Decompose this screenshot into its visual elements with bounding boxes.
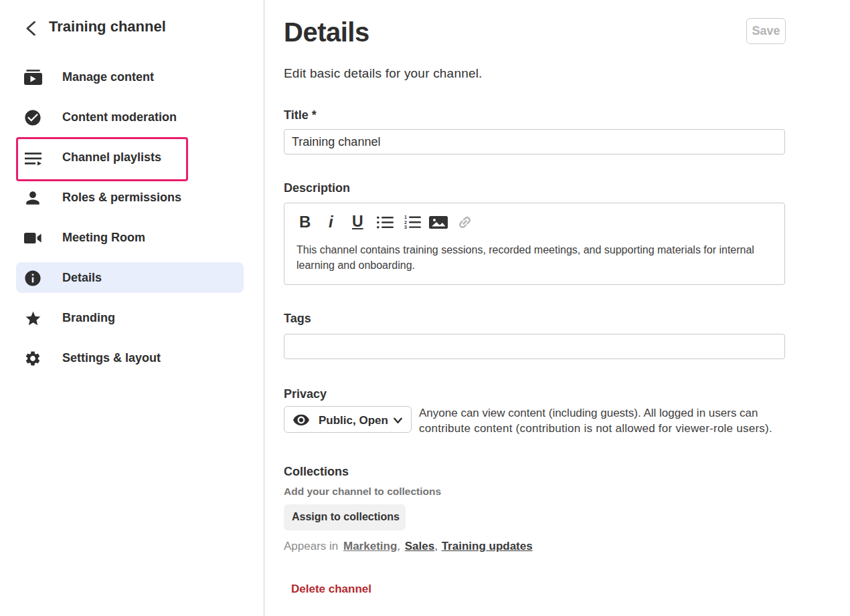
svg-text:1: 1 <box>404 215 407 219</box>
svg-text:2: 2 <box>404 220 407 225</box>
svg-text:3: 3 <box>404 225 407 229</box>
